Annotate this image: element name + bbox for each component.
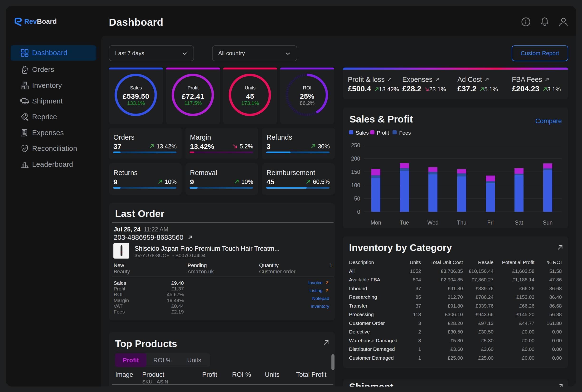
svg-text:100: 100 bbox=[351, 182, 360, 188]
svg-text:Mon: Mon bbox=[371, 220, 381, 226]
svg-text:$: $ bbox=[23, 115, 25, 119]
svg-text:150: 150 bbox=[351, 169, 360, 175]
svg-text:Thu: Thu bbox=[457, 220, 467, 226]
svg-text:Tue: Tue bbox=[400, 220, 409, 226]
svg-text:0: 0 bbox=[357, 209, 360, 215]
svg-text:50: 50 bbox=[354, 196, 360, 202]
svg-text:200: 200 bbox=[351, 156, 360, 162]
svg-text:Sat: Sat bbox=[515, 220, 523, 226]
svg-text:250: 250 bbox=[351, 142, 360, 148]
svg-text:Fri: Fri bbox=[487, 220, 494, 226]
svg-text:Sun: Sun bbox=[543, 220, 553, 226]
svg-text:Wed: Wed bbox=[428, 220, 439, 226]
